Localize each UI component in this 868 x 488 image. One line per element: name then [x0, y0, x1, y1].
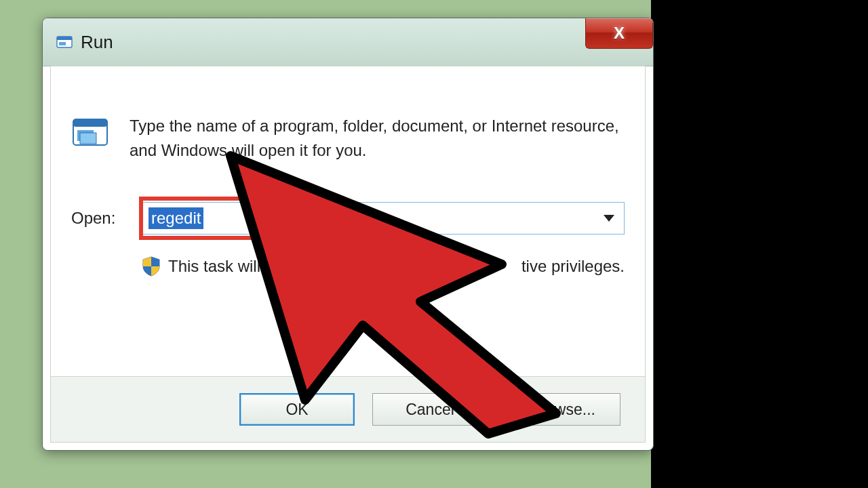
button-bar: OK Cancel Browse...: [51, 376, 645, 442]
dialog-client-area: Type the name of a program, folder, docu…: [50, 66, 646, 443]
run-icon: [71, 114, 109, 152]
privilege-text-right: tive privileges.: [521, 257, 625, 276]
close-button[interactable]: X: [585, 18, 653, 49]
open-input-value[interactable]: regedit: [149, 207, 203, 230]
privilege-note: This task will b tive privileges.: [142, 256, 625, 277]
open-label: Open:: [71, 209, 142, 228]
run-title-icon: [56, 34, 73, 50]
shield-icon: [142, 256, 160, 277]
open-combobox[interactable]: regedit: [142, 202, 625, 235]
run-description: Type the name of a program, folder, docu…: [130, 114, 625, 163]
close-icon: X: [614, 24, 625, 43]
svg-rect-1: [57, 37, 72, 40]
cancel-button[interactable]: Cancel: [372, 393, 488, 426]
browse-button[interactable]: Browse...: [505, 393, 620, 426]
chevron-down-icon[interactable]: [604, 215, 614, 222]
svg-rect-2: [59, 42, 66, 45]
privilege-text-left: This task will b: [168, 257, 274, 276]
svg-rect-6: [80, 133, 96, 144]
desktop-background: Run X Type the name of a prog: [0, 0, 651, 488]
svg-rect-4: [73, 119, 107, 127]
run-dialog-window: Run X Type the name of a prog: [42, 18, 654, 451]
titlebar[interactable]: Run X: [43, 18, 653, 66]
window-title: Run: [81, 32, 113, 53]
ok-button[interactable]: OK: [239, 393, 355, 426]
